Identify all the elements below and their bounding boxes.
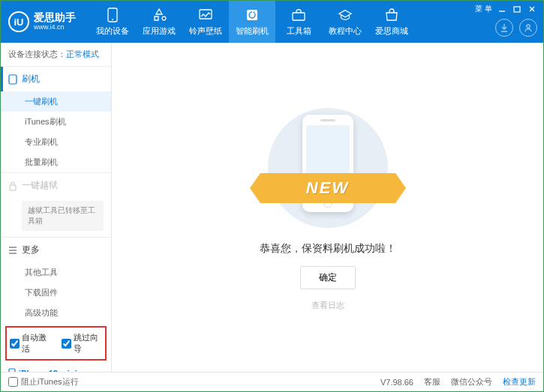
- sidebar-section-more[interactable]: 更多: [1, 238, 111, 262]
- nav-store[interactable]: 爱思商城: [368, 1, 415, 43]
- list-icon: [8, 246, 17, 255]
- user-icon[interactable]: [519, 19, 537, 37]
- nav-label: 应用游戏: [143, 25, 176, 37]
- app-url: www.i4.cn: [34, 24, 76, 31]
- svg-rect-9: [10, 185, 16, 190]
- checkbox-label: 跳过向导: [74, 332, 103, 355]
- checkbox-label: 阻止iTunes运行: [21, 376, 79, 388]
- refresh-icon: [245, 7, 260, 22]
- nav-label: 智能刷机: [236, 25, 269, 37]
- section-title: 刷机: [22, 73, 40, 85]
- window-controls: 菜 单: [475, 4, 537, 14]
- sidebar-item-pro-flash[interactable]: 专业刷机: [1, 132, 111, 152]
- nav-smart-flash[interactable]: 智能刷机: [229, 1, 275, 43]
- main-content: NEW 恭喜您，保资料刷机成功啦！ 确定 查看日志: [112, 43, 543, 372]
- toolbox-icon: [291, 7, 306, 22]
- check-update-link[interactable]: 检查更新: [503, 376, 536, 388]
- checkbox-skip-guide[interactable]: 跳过向导: [62, 332, 103, 355]
- section-title: 一键越狱: [22, 179, 58, 192]
- app-header: iU 爱思助手 www.i4.cn 我的设备 应用游戏 铃声壁纸 智能刷机: [1, 1, 543, 43]
- nav-label: 我的设备: [96, 25, 129, 37]
- checkbox-auto-activate[interactable]: 自动激活: [10, 332, 51, 355]
- options-row: 自动激活 跳过向导: [5, 326, 107, 361]
- footer: 阻止iTunes运行 V7.98.66 客服 微信公众号 检查更新: [1, 372, 543, 391]
- sidebar-item-advanced[interactable]: 高级功能: [1, 303, 111, 323]
- jailbreak-note: 越狱工具已转移至工具箱: [22, 201, 104, 231]
- svg-rect-8: [9, 75, 17, 84]
- version-text: V7.98.66: [380, 378, 413, 387]
- nav-toolbox[interactable]: 工具箱: [275, 1, 322, 43]
- sidebar-item-download-firmware[interactable]: 下载固件: [1, 283, 111, 303]
- maximize-button[interactable]: [512, 4, 522, 13]
- nav-tutorials[interactable]: 教程中心: [322, 1, 368, 43]
- menu-text[interactable]: 菜 单: [475, 4, 492, 14]
- sidebar-section-flash[interactable]: 刷机: [1, 67, 111, 91]
- nav-label: 教程中心: [329, 25, 362, 37]
- download-icon[interactable]: [495, 19, 513, 37]
- nav-label: 爱思商城: [375, 25, 408, 37]
- sidebar-item-itunes-flash[interactable]: iTunes刷机: [1, 112, 111, 132]
- app-name: 爱思助手: [34, 12, 76, 23]
- support-link[interactable]: 客服: [424, 376, 440, 388]
- svg-point-1: [112, 19, 113, 20]
- svg-point-7: [527, 25, 530, 28]
- success-illustration: NEW: [260, 104, 395, 232]
- lock-icon: [8, 181, 17, 191]
- ribbon-text: NEW: [306, 178, 349, 198]
- block-itunes-input[interactable]: [8, 377, 18, 387]
- store-icon: [384, 7, 399, 22]
- view-log-link[interactable]: 查看日志: [311, 300, 344, 311]
- connection-value: 正常模式: [66, 49, 99, 58]
- nav-label: 工具箱: [287, 25, 311, 37]
- sidebar-item-one-click-flash[interactable]: 一键刷机: [1, 91, 111, 112]
- sidebar-item-batch-flash[interactable]: 批量刷机: [1, 152, 111, 172]
- nav-my-device[interactable]: 我的设备: [89, 1, 136, 43]
- connection-label: 设备连接状态：: [8, 49, 66, 58]
- wallpaper-icon: [198, 7, 213, 22]
- logo: iU 爱思助手 www.i4.cn: [8, 11, 76, 32]
- nav-apps-games[interactable]: 应用游戏: [136, 1, 182, 43]
- apps-icon: [152, 7, 167, 22]
- svg-rect-6: [514, 7, 520, 12]
- nav-label: 铃声壁纸: [189, 25, 222, 37]
- sidebar: 设备连接状态：正常模式 刷机 一键刷机 iTunes刷机 专业刷机 批量刷机 一…: [1, 43, 112, 372]
- checkbox-block-itunes[interactable]: 阻止iTunes运行: [8, 376, 79, 388]
- svg-rect-3: [247, 10, 257, 20]
- sidebar-item-other-tools[interactable]: 其他工具: [1, 262, 111, 283]
- checkbox-label: 自动激活: [22, 332, 51, 355]
- connected-device[interactable]: iPhone 12 mini 64GB Down-12mini-13,1: [1, 364, 111, 372]
- graduation-icon: [338, 7, 353, 22]
- section-title: 更多: [22, 244, 40, 256]
- auto-activate-input[interactable]: [10, 339, 20, 349]
- minimize-button[interactable]: [497, 4, 507, 13]
- nav-ringtone-wallpaper[interactable]: 铃声壁纸: [182, 1, 229, 43]
- phone-icon: [8, 74, 17, 85]
- close-button[interactable]: [527, 4, 537, 13]
- skip-guide-input[interactable]: [62, 339, 71, 349]
- ok-button[interactable]: 确定: [300, 266, 356, 289]
- sidebar-section-jailbreak[interactable]: 一键越狱: [1, 173, 111, 198]
- phone-icon: [105, 7, 120, 22]
- connection-status: 设备连接状态：正常模式: [1, 43, 111, 66]
- wechat-link[interactable]: 微信公众号: [451, 376, 492, 388]
- logo-icon: iU: [8, 11, 29, 32]
- success-message: 恭喜您，保资料刷机成功啦！: [260, 242, 396, 256]
- svg-rect-4: [293, 13, 305, 20]
- main-nav: 我的设备 应用游戏 铃声壁纸 智能刷机 工具箱 教程中心: [89, 1, 415, 43]
